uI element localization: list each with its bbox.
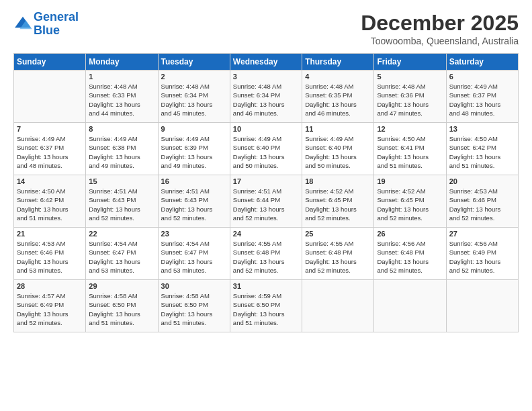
- week-row-3: 14Sunrise: 4:50 AM Sunset: 6:42 PM Dayli…: [14, 175, 519, 228]
- cell-content: Sunrise: 4:48 AM Sunset: 6:35 PM Dayligh…: [305, 82, 371, 118]
- calendar-cell: 26Sunrise: 4:56 AM Sunset: 6:48 PM Dayli…: [374, 228, 446, 280]
- cell-content: Sunrise: 4:59 AM Sunset: 6:50 PM Dayligh…: [233, 291, 299, 327]
- cell-content: Sunrise: 4:58 AM Sunset: 6:50 PM Dayligh…: [161, 291, 227, 327]
- logo-icon: [13, 15, 32, 30]
- day-number: 2: [161, 73, 227, 81]
- calendar-cell: 10Sunrise: 4:49 AM Sunset: 6:40 PM Dayli…: [230, 123, 302, 175]
- day-number: 10: [233, 125, 299, 133]
- calendar-cell: 19Sunrise: 4:52 AM Sunset: 6:45 PM Dayli…: [374, 175, 446, 228]
- month-title: December 2025: [361, 11, 519, 36]
- col-header-saturday: Saturday: [446, 54, 518, 71]
- cell-content: Sunrise: 4:51 AM Sunset: 6:44 PM Dayligh…: [233, 187, 299, 222]
- col-header-sunday: Sunday: [14, 54, 86, 71]
- day-number: 31: [233, 282, 299, 290]
- cell-content: Sunrise: 4:49 AM Sunset: 6:40 PM Dayligh…: [233, 134, 299, 170]
- page: General Blue December 2025 Toowoomba, Qu…: [0, 0, 532, 411]
- calendar-cell: 6Sunrise: 4:49 AM Sunset: 6:37 PM Daylig…: [446, 71, 518, 123]
- cell-content: Sunrise: 4:52 AM Sunset: 6:45 PM Dayligh…: [377, 187, 443, 222]
- day-number: 24: [233, 230, 299, 238]
- logo-line1: General: [34, 10, 79, 24]
- cell-content: Sunrise: 4:54 AM Sunset: 6:47 PM Dayligh…: [89, 239, 154, 275]
- logo-line2: Blue: [34, 24, 60, 37]
- cell-content: Sunrise: 4:52 AM Sunset: 6:45 PM Dayligh…: [305, 187, 371, 222]
- calendar-cell: 29Sunrise: 4:58 AM Sunset: 6:50 PM Dayli…: [86, 280, 158, 332]
- calendar-cell: [14, 71, 86, 123]
- day-number: 11: [305, 125, 371, 133]
- calendar-cell: [446, 280, 518, 332]
- calendar-cell: 18Sunrise: 4:52 AM Sunset: 6:45 PM Dayli…: [302, 175, 374, 228]
- cell-content: Sunrise: 4:50 AM Sunset: 6:42 PM Dayligh…: [449, 134, 515, 170]
- calendar-cell: 31Sunrise: 4:59 AM Sunset: 6:50 PM Dayli…: [230, 280, 302, 332]
- calendar-cell: 17Sunrise: 4:51 AM Sunset: 6:44 PM Dayli…: [230, 175, 302, 228]
- calendar-cell: 13Sunrise: 4:50 AM Sunset: 6:42 PM Dayli…: [446, 123, 518, 175]
- cell-content: Sunrise: 4:55 AM Sunset: 6:48 PM Dayligh…: [305, 239, 371, 275]
- cell-content: Sunrise: 4:49 AM Sunset: 6:37 PM Dayligh…: [449, 82, 515, 118]
- cell-content: Sunrise: 4:56 AM Sunset: 6:49 PM Dayligh…: [449, 239, 515, 275]
- calendar-cell: 8Sunrise: 4:49 AM Sunset: 6:38 PM Daylig…: [86, 123, 158, 175]
- day-number: 28: [17, 282, 83, 290]
- day-number: 19: [377, 177, 443, 185]
- cell-content: Sunrise: 4:53 AM Sunset: 6:46 PM Dayligh…: [449, 187, 515, 222]
- calendar-cell: 14Sunrise: 4:50 AM Sunset: 6:42 PM Dayli…: [14, 175, 86, 228]
- week-row-5: 28Sunrise: 4:57 AM Sunset: 6:49 PM Dayli…: [14, 280, 519, 332]
- day-number: 8: [89, 125, 154, 133]
- cell-content: Sunrise: 4:57 AM Sunset: 6:49 PM Dayligh…: [17, 291, 83, 327]
- day-number: 15: [89, 177, 154, 185]
- cell-content: Sunrise: 4:58 AM Sunset: 6:50 PM Dayligh…: [89, 291, 154, 327]
- calendar-cell: 15Sunrise: 4:51 AM Sunset: 6:43 PM Dayli…: [86, 175, 158, 228]
- calendar-cell: 2Sunrise: 4:48 AM Sunset: 6:34 PM Daylig…: [158, 71, 230, 123]
- day-number: 4: [305, 73, 371, 81]
- cell-content: Sunrise: 4:48 AM Sunset: 6:33 PM Dayligh…: [89, 82, 154, 118]
- day-number: 1: [89, 73, 154, 81]
- calendar-cell: 16Sunrise: 4:51 AM Sunset: 6:43 PM Dayli…: [158, 175, 230, 228]
- cell-content: Sunrise: 4:53 AM Sunset: 6:46 PM Dayligh…: [17, 239, 83, 275]
- cell-content: Sunrise: 4:48 AM Sunset: 6:36 PM Dayligh…: [377, 82, 443, 118]
- calendar-cell: 9Sunrise: 4:49 AM Sunset: 6:39 PM Daylig…: [158, 123, 230, 175]
- calendar-cell: 20Sunrise: 4:53 AM Sunset: 6:46 PM Dayli…: [446, 175, 518, 228]
- cell-content: Sunrise: 4:56 AM Sunset: 6:48 PM Dayligh…: [377, 239, 443, 275]
- day-number: 16: [161, 177, 227, 185]
- day-number: 13: [449, 125, 515, 133]
- day-number: 20: [449, 177, 515, 185]
- calendar-cell: 12Sunrise: 4:50 AM Sunset: 6:41 PM Dayli…: [374, 123, 446, 175]
- day-number: 7: [17, 125, 83, 133]
- cell-content: Sunrise: 4:49 AM Sunset: 6:38 PM Dayligh…: [89, 134, 154, 170]
- calendar-cell: 5Sunrise: 4:48 AM Sunset: 6:36 PM Daylig…: [374, 71, 446, 123]
- day-number: 6: [449, 73, 515, 81]
- calendar-cell: 7Sunrise: 4:49 AM Sunset: 6:37 PM Daylig…: [14, 123, 86, 175]
- title-block: December 2025 Toowoomba, Queensland, Aus…: [361, 11, 519, 46]
- day-number: 9: [161, 125, 227, 133]
- day-number: 21: [17, 230, 83, 238]
- day-number: 25: [305, 230, 371, 238]
- cell-content: Sunrise: 4:48 AM Sunset: 6:34 PM Dayligh…: [161, 82, 227, 118]
- calendar-cell: 1Sunrise: 4:48 AM Sunset: 6:33 PM Daylig…: [86, 71, 158, 123]
- day-number: 3: [233, 73, 299, 81]
- calendar-table: SundayMondayTuesdayWednesdayThursdayFrid…: [13, 53, 519, 332]
- week-row-1: 1Sunrise: 4:48 AM Sunset: 6:33 PM Daylig…: [14, 71, 519, 123]
- week-row-2: 7Sunrise: 4:49 AM Sunset: 6:37 PM Daylig…: [14, 123, 519, 175]
- cell-content: Sunrise: 4:49 AM Sunset: 6:37 PM Dayligh…: [17, 134, 83, 170]
- calendar-cell: 3Sunrise: 4:48 AM Sunset: 6:34 PM Daylig…: [230, 71, 302, 123]
- cell-content: Sunrise: 4:51 AM Sunset: 6:43 PM Dayligh…: [161, 187, 227, 222]
- col-header-tuesday: Tuesday: [158, 54, 230, 71]
- col-header-wednesday: Wednesday: [230, 54, 302, 71]
- calendar-cell: 21Sunrise: 4:53 AM Sunset: 6:46 PM Dayli…: [14, 228, 86, 280]
- calendar-cell: [374, 280, 446, 332]
- calendar-cell: 30Sunrise: 4:58 AM Sunset: 6:50 PM Dayli…: [158, 280, 230, 332]
- cell-content: Sunrise: 4:50 AM Sunset: 6:41 PM Dayligh…: [377, 134, 443, 170]
- header: General Blue December 2025 Toowoomba, Qu…: [13, 11, 519, 46]
- day-number: 22: [89, 230, 154, 238]
- cell-content: Sunrise: 4:49 AM Sunset: 6:40 PM Dayligh…: [305, 134, 371, 170]
- cell-content: Sunrise: 4:48 AM Sunset: 6:34 PM Dayligh…: [233, 82, 299, 118]
- calendar-cell: 27Sunrise: 4:56 AM Sunset: 6:49 PM Dayli…: [446, 228, 518, 280]
- calendar-cell: 23Sunrise: 4:54 AM Sunset: 6:47 PM Dayli…: [158, 228, 230, 280]
- day-number: 18: [305, 177, 371, 185]
- calendar-cell: 11Sunrise: 4:49 AM Sunset: 6:40 PM Dayli…: [302, 123, 374, 175]
- cell-content: Sunrise: 4:49 AM Sunset: 6:39 PM Dayligh…: [161, 134, 227, 170]
- calendar-cell: 28Sunrise: 4:57 AM Sunset: 6:49 PM Dayli…: [14, 280, 86, 332]
- col-header-thursday: Thursday: [302, 54, 374, 71]
- calendar-cell: 24Sunrise: 4:55 AM Sunset: 6:48 PM Dayli…: [230, 228, 302, 280]
- calendar-cell: 25Sunrise: 4:55 AM Sunset: 6:48 PM Dayli…: [302, 228, 374, 280]
- cell-content: Sunrise: 4:50 AM Sunset: 6:42 PM Dayligh…: [17, 187, 83, 222]
- cell-content: Sunrise: 4:51 AM Sunset: 6:43 PM Dayligh…: [89, 187, 154, 222]
